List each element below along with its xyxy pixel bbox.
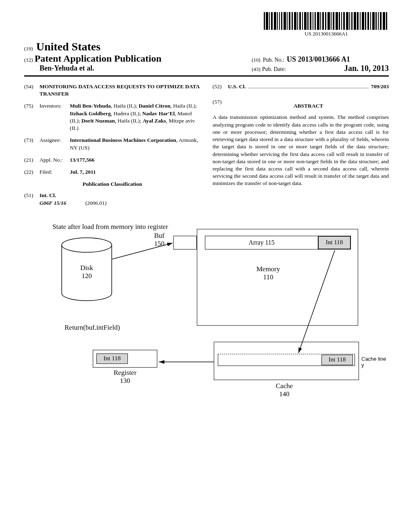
svg-rect-7: [281, 12, 282, 30]
field-21-body: 13/177,566: [70, 157, 94, 163]
field-54-code: (54): [24, 83, 40, 98]
memory-label: Memory 110: [248, 265, 288, 281]
field-21-label: Appl. No.:: [40, 156, 70, 164]
field-22: (22) Filed: Jul. 7, 2011: [24, 168, 200, 176]
array-label: Array 115: [205, 236, 318, 249]
barcode-region: US 20130013666A1: [24, 12, 389, 37]
return-text: Return(buf.intField): [65, 324, 120, 332]
int-cell-register: Int 118: [96, 353, 128, 364]
pub-date: Jan. 10, 2013: [344, 64, 389, 73]
svg-rect-2: [269, 12, 270, 30]
field-22-code: (22): [24, 168, 40, 176]
svg-rect-1: [266, 12, 268, 30]
field-73-label: Assignee:: [40, 137, 70, 151]
field-52-label: U.S. Cl.: [228, 83, 246, 89]
svg-rect-21: [317, 12, 319, 30]
svg-rect-32: [346, 12, 348, 30]
svg-rect-11: [292, 12, 293, 30]
country: United States: [36, 40, 100, 53]
field-52: (52) U.S. Cl. 709/203: [213, 83, 389, 90]
author-line: Ben-Yehuda et al.: [24, 64, 161, 73]
disk-shape: Disk 120: [60, 239, 113, 299]
int-cell-cache: Int 118: [321, 355, 353, 365]
dots-leader: [248, 88, 368, 88]
svg-rect-33: [349, 12, 350, 30]
code-10: (10): [252, 57, 261, 63]
svg-rect-3: [271, 12, 273, 30]
field-75-body: Muli Ben-Yehuda, Haifa (IL); Daniel Citr…: [70, 102, 200, 132]
pub-no: US 2013/0013666 A1: [287, 55, 350, 64]
svg-rect-17: [307, 12, 309, 30]
barcode-svg: [264, 12, 389, 30]
left-column: (54) MONITORING DATA ACCESS REQUESTS TO …: [24, 83, 200, 207]
code-43: (43): [252, 66, 261, 72]
field-51: (51) Int. Cl.: [24, 192, 200, 199]
svg-rect-6: [279, 12, 280, 30]
field-51-year: (2006.01): [85, 200, 106, 206]
cache-line-y-label: Cache line y: [361, 356, 389, 368]
publication-classification-heading: Publication Classification: [24, 181, 200, 188]
svg-rect-29: [339, 12, 340, 30]
int-cell-memory: Int 118: [318, 236, 350, 249]
pub-no-label: Pub. No.:: [263, 57, 284, 63]
svg-rect-36: [357, 12, 359, 30]
svg-rect-16: [304, 12, 307, 30]
field-75-code: (75): [24, 102, 40, 132]
svg-rect-38: [362, 12, 364, 30]
svg-rect-15: [302, 12, 303, 30]
pub-title: Patent Application Publication: [35, 53, 162, 64]
svg-rect-10: [289, 12, 290, 30]
svg-rect-27: [333, 12, 334, 30]
svg-rect-8: [284, 12, 286, 30]
field-21: (21) Appl. No.: 13/177,566: [24, 156, 200, 164]
svg-rect-42: [372, 12, 375, 30]
field-54-title: MONITORING DATA ACCESS REQUESTS TO OPTIM…: [40, 83, 200, 98]
buf-label: Buf 150: [147, 232, 171, 248]
svg-rect-46: [383, 12, 385, 30]
field-22-body: Jul. 7, 2011: [70, 169, 96, 175]
svg-rect-22: [320, 12, 321, 30]
code-12: (12): [24, 57, 33, 63]
svg-rect-24: [325, 12, 326, 30]
svg-rect-35: [354, 12, 356, 30]
svg-rect-0: [264, 12, 265, 30]
barcode: US 20130013666A1: [264, 12, 389, 37]
field-73-code: (73): [24, 137, 40, 151]
field-54: (54) MONITORING DATA ACCESS REQUESTS TO …: [24, 83, 200, 98]
field-51-value-row: G06F 15/16 (2006.01): [24, 200, 200, 207]
code-19: (19): [24, 46, 33, 52]
svg-rect-18: [310, 12, 311, 30]
svg-rect-34: [351, 12, 353, 30]
cache-line: Int 118: [218, 354, 355, 366]
field-57-code: (57): [213, 98, 228, 114]
cache-label: Cache 140: [264, 382, 305, 398]
pub-row: (12) Patent Application Publication Ben-…: [24, 53, 389, 73]
buf-box: [173, 236, 197, 249]
svg-rect-14: [299, 12, 301, 30]
svg-rect-43: [375, 12, 377, 30]
field-73: (73) Assignee: International Business Ma…: [24, 137, 200, 151]
svg-rect-28: [336, 12, 338, 30]
svg-rect-19: [313, 12, 313, 30]
svg-rect-26: [331, 12, 332, 30]
bibliographic-columns: (54) MONITORING DATA ACCESS REQUESTS TO …: [24, 83, 389, 207]
svg-rect-13: [297, 12, 298, 30]
svg-rect-4: [274, 12, 276, 30]
svg-rect-31: [343, 12, 345, 30]
register-label: Register 130: [93, 369, 157, 385]
register-box: Int 118: [93, 350, 157, 368]
abstract-text: A data transmission optimization method …: [213, 114, 389, 187]
svg-rect-39: [365, 12, 366, 30]
pub-date-label: Pub. Date:: [262, 66, 286, 72]
svg-rect-12: [294, 12, 296, 30]
svg-rect-40: [367, 12, 369, 30]
field-22-label: Filed:: [40, 168, 70, 176]
svg-rect-45: [380, 12, 382, 30]
array-box: Array 115 Int 118: [205, 236, 351, 249]
header-row: (19) United States: [24, 40, 389, 53]
divider: [24, 75, 389, 77]
field-75: (75) Inventors: Muli Ben-Yehuda, Haifa (…: [24, 102, 200, 132]
svg-rect-9: [287, 12, 288, 30]
field-51-code: (51): [24, 192, 40, 199]
field-75-label: Inventors:: [40, 102, 70, 132]
